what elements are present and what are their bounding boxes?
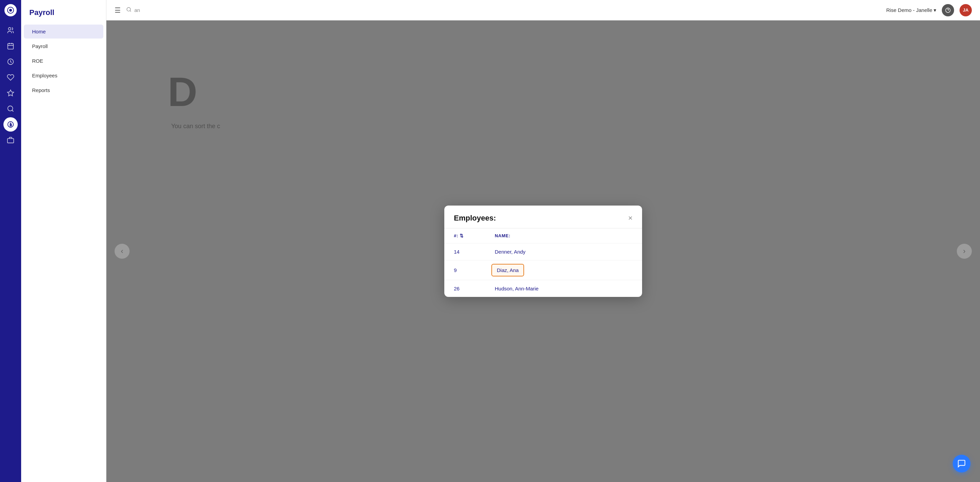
sort-icon[interactable]: ⇅ [460, 233, 464, 238]
chat-button[interactable] [953, 455, 970, 472]
people-nav-icon[interactable] [3, 23, 18, 38]
sidebar-title: Payroll [21, 5, 106, 24]
icon-rail [0, 0, 21, 482]
sidebar-item-reports[interactable]: Reports [24, 83, 103, 97]
briefcase-nav-icon[interactable] [3, 133, 18, 147]
search-icon [126, 7, 132, 13]
company-selector[interactable]: Rise Demo - Janelle ▾ [886, 7, 936, 13]
svg-rect-13 [8, 138, 14, 143]
app-logo[interactable] [5, 4, 17, 16]
table-row: 26 Hudson, Ann-Marie [444, 280, 642, 297]
svg-point-9 [8, 106, 13, 111]
star-nav-icon[interactable] [3, 86, 18, 100]
calendar-nav-icon[interactable] [3, 39, 18, 53]
svg-line-15 [130, 11, 131, 11]
search-query: an [134, 7, 140, 13]
sidebar-item-employees[interactable]: Employees [24, 68, 103, 83]
support-icon[interactable] [942, 4, 954, 16]
content-area: D You can sort the c ‹ › Employees: × #: [107, 21, 980, 482]
menu-icon[interactable]: ☰ [115, 6, 121, 14]
table-header-row: #: ⇅ NAME: [444, 228, 642, 243]
clock-nav-icon[interactable] [3, 54, 18, 69]
col-header-name: NAME: [485, 228, 642, 243]
employee-id: 9 [444, 261, 485, 280]
modal-close-button[interactable]: × [628, 215, 633, 222]
modal-header: Employees: × [444, 205, 642, 228]
svg-point-1 [9, 9, 12, 11]
table-row: 14 Denner, Andy [444, 243, 642, 261]
user-avatar[interactable]: JA [959, 4, 972, 16]
svg-point-2 [8, 28, 11, 30]
modal-overlay: Employees: × #: ⇅ NAME: [107, 21, 980, 482]
svg-marker-8 [8, 90, 14, 96]
employees-modal: Employees: × #: ⇅ NAME: [444, 205, 642, 297]
company-name: Rise Demo - Janelle [886, 7, 932, 13]
svg-line-10 [12, 110, 13, 111]
sidebar-item-payroll[interactable]: Payroll [24, 39, 103, 53]
modal-title: Employees: [454, 214, 496, 223]
sidebar: Payroll Home Payroll ROE Employees Repor… [21, 0, 107, 482]
main-area: ☰ an Rise Demo - Janelle ▾ JA D You can … [107, 0, 980, 482]
employee-name[interactable]: Denner, Andy [485, 243, 642, 261]
search-bar[interactable]: an [126, 7, 140, 13]
employee-name[interactable]: Hudson, Ann-Marie [485, 280, 642, 297]
col-header-id: #: ⇅ [444, 228, 485, 243]
sidebar-item-roe[interactable]: ROE [24, 54, 103, 68]
dropdown-icon: ▾ [934, 7, 936, 13]
svg-rect-3 [8, 44, 14, 49]
sidebar-item-home[interactable]: Home [24, 25, 103, 38]
heart-nav-icon[interactable] [3, 70, 18, 84]
topbar-right: Rise Demo - Janelle ▾ JA [886, 4, 972, 16]
employee-id: 14 [444, 243, 485, 261]
payroll-nav-icon[interactable] [3, 117, 18, 132]
topbar: ☰ an Rise Demo - Janelle ▾ JA [107, 0, 980, 21]
search-person-nav-icon[interactable] [3, 102, 18, 116]
employees-table: #: ⇅ NAME: 14 Denner, Andy 9 [444, 228, 642, 297]
svg-point-14 [127, 8, 130, 11]
employee-name-highlighted[interactable]: Diaz, Ana [485, 261, 642, 280]
employee-id: 26 [444, 280, 485, 297]
table-row: 9 Diaz, Ana [444, 261, 642, 280]
